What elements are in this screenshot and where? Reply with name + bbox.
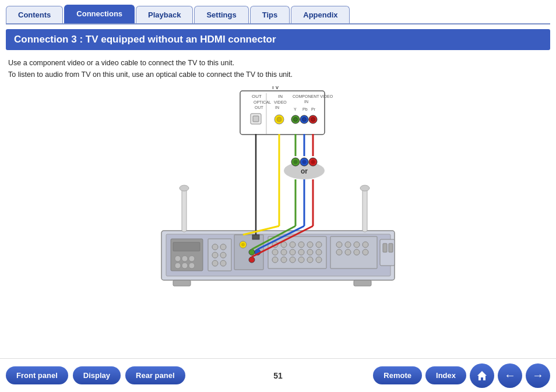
svg-point-36: [294, 160, 298, 164]
connection-diagram: TV OUT OPTICAL OUT IN VIDEO IN COMPONENT…: [0, 85, 556, 297]
svg-text:TV: TV: [271, 86, 280, 90]
svg-point-92: [354, 242, 360, 248]
page-number: 51: [273, 371, 283, 380]
svg-point-46: [360, 185, 370, 191]
svg-text:IN: IN: [278, 94, 283, 99]
svg-marker-107: [477, 371, 487, 380]
svg-point-86: [298, 257, 304, 263]
svg-point-83: [272, 257, 278, 263]
svg-point-76: [316, 242, 322, 248]
back-button[interactable]: ←: [498, 363, 522, 388]
svg-text:VIDEO: VIDEO: [274, 100, 287, 104]
tab-connections[interactable]: Connections: [64, 5, 135, 23]
svg-point-77: [272, 249, 278, 255]
tab-playback[interactable]: Playback: [136, 6, 193, 23]
tab-tips[interactable]: Tips: [250, 6, 290, 23]
svg-text:OPTICAL: OPTICAL: [254, 100, 271, 104]
svg-point-63: [220, 260, 226, 266]
svg-point-51: [175, 256, 181, 262]
svg-rect-57: [208, 239, 231, 271]
svg-point-38: [302, 160, 307, 164]
svg-point-54: [175, 263, 181, 269]
svg-point-23: [311, 118, 315, 122]
home-button[interactable]: [470, 363, 494, 388]
svg-rect-47: [173, 280, 191, 286]
svg-point-91: [345, 242, 351, 248]
bottom-navigation: Front panel Display Rear panel 51 Remote…: [0, 358, 556, 392]
svg-point-60: [212, 252, 218, 258]
svg-point-52: [182, 256, 188, 262]
tab-border: [6, 23, 550, 24]
svg-point-58: [212, 244, 218, 250]
description-text: Use a component video or a video cable t…: [0, 55, 556, 83]
description-line2: To listen to audio from TV on this unit,…: [8, 69, 548, 80]
svg-point-96: [354, 249, 360, 255]
tab-appendix[interactable]: Appendix: [291, 6, 350, 23]
svg-point-61: [220, 252, 226, 258]
svg-point-12: [277, 117, 281, 122]
svg-point-97: [363, 249, 368, 255]
svg-rect-50: [173, 242, 200, 251]
rear-panel-button[interactable]: Rear panel: [125, 366, 185, 384]
svg-point-67: [249, 249, 255, 255]
forward-button[interactable]: →: [526, 363, 550, 388]
back-arrow-icon: ←: [504, 369, 516, 382]
svg-text:or: or: [301, 167, 308, 175]
svg-point-81: [307, 249, 313, 255]
svg-rect-45: [363, 188, 367, 232]
svg-point-40: [311, 160, 315, 164]
svg-text:IN: IN: [304, 100, 308, 104]
svg-rect-100: [389, 243, 393, 252]
svg-point-85: [290, 257, 295, 263]
svg-point-66: [241, 243, 245, 246]
index-button[interactable]: Index: [425, 366, 466, 384]
svg-point-19: [294, 118, 298, 122]
svg-text:Pr: Pr: [311, 107, 316, 111]
forward-arrow-icon: →: [532, 369, 544, 382]
tab-contents[interactable]: Contents: [6, 6, 63, 23]
section-title: Connection 3 : TV equipped without an HD…: [6, 29, 550, 50]
svg-rect-7: [253, 116, 259, 122]
bottom-nav-left: Front panel Display Rear panel: [6, 366, 185, 384]
svg-rect-43: [182, 188, 186, 232]
display-button[interactable]: Display: [73, 366, 121, 384]
svg-point-55: [182, 263, 188, 269]
svg-text:IN: IN: [275, 105, 279, 110]
front-panel-button[interactable]: Front panel: [6, 366, 68, 384]
description-line1: Use a component video or a video cable t…: [8, 57, 548, 69]
svg-point-93: [363, 242, 368, 248]
bottom-nav-right: Remote Index ← →: [373, 363, 550, 388]
svg-point-84: [281, 257, 287, 263]
svg-point-74: [298, 242, 304, 248]
svg-point-73: [290, 242, 295, 248]
tab-navigation: Contents Connections Playback Settings T…: [0, 0, 556, 23]
svg-point-90: [336, 242, 342, 248]
tab-settings[interactable]: Settings: [194, 6, 248, 23]
svg-point-59: [220, 244, 226, 250]
svg-point-56: [189, 263, 195, 269]
svg-point-53: [189, 256, 195, 262]
svg-text:Pb: Pb: [302, 107, 308, 111]
svg-rect-102: [252, 235, 259, 239]
svg-text:OUT: OUT: [252, 94, 262, 99]
svg-point-44: [180, 185, 189, 191]
svg-point-78: [281, 249, 287, 255]
svg-rect-48: [354, 280, 371, 286]
svg-point-79: [290, 249, 295, 255]
svg-point-80: [298, 249, 304, 255]
svg-point-62: [212, 260, 218, 266]
svg-point-95: [345, 249, 351, 255]
svg-point-82: [316, 249, 322, 255]
svg-text:Y: Y: [294, 107, 297, 111]
remote-button[interactable]: Remote: [373, 366, 422, 384]
svg-point-87: [307, 257, 313, 263]
home-icon: [476, 370, 488, 382]
svg-point-94: [336, 249, 342, 255]
svg-point-21: [302, 118, 307, 122]
svg-point-69: [249, 257, 255, 263]
svg-point-88: [316, 257, 322, 263]
svg-rect-99: [383, 243, 387, 252]
svg-point-75: [307, 242, 313, 248]
diagram-svg: TV OUT OPTICAL OUT IN VIDEO IN COMPONENT…: [126, 86, 430, 296]
svg-text:OUT: OUT: [255, 105, 264, 110]
